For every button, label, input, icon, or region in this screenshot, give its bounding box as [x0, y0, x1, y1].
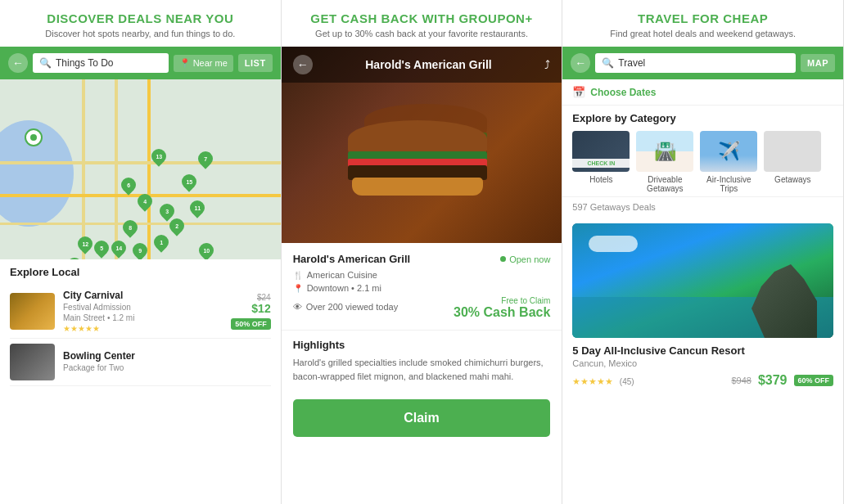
travel-search-bar: ← 🔍 Travel MAP [562, 47, 843, 79]
search-input-wrap[interactable]: 🔍 Things To Do [33, 53, 169, 73]
share-button[interactable]: ⤴ [544, 58, 550, 71]
item-stars: ★★★★★ [63, 324, 223, 333]
deal-location: Cancun, Mexico [572, 358, 833, 368]
driveable-label: Driveable Getaways [636, 175, 693, 193]
location-text: Downtown • 2.1 mi [307, 283, 381, 293]
viewed-row: 👁 Over 200 viewed today [293, 302, 399, 312]
map-button[interactable]: MAP [801, 54, 835, 72]
choose-dates[interactable]: 📅 Choose Dates [562, 79, 843, 106]
city-carnival-info: City Carnival Festival Admission Main St… [63, 290, 223, 333]
highlights-section: Highlights Harold's grilled specialties … [282, 330, 562, 391]
panel-travel-header: TRAVEL FOR CHEAP Find great hotel deals … [562, 0, 843, 47]
panel-cashback-header: GET CASH BACK WITH GROUPON+ Get up to 30… [282, 0, 562, 47]
deal-name: 5 Day All-Inclusive Cancun Resort [572, 344, 833, 357]
city-carnival-image [10, 293, 55, 330]
back-button[interactable]: ← [8, 53, 28, 73]
search-icon: 🔍 [39, 57, 52, 69]
explore-local-title: Explore Local [10, 266, 271, 278]
cloud [589, 236, 638, 252]
location-pin-icon: 📍 [293, 284, 303, 293]
map-road-v1 [82, 79, 85, 259]
hotels-label: Hotels [572, 175, 630, 184]
map-pin[interactable]: 7 [195, 148, 215, 169]
cuisine-text: American Cuisine [307, 270, 377, 280]
panel-discover: DISCOVER DEALS NEAR YOU Discover hot spo… [0, 0, 282, 504]
panel-discover-title: DISCOVER DEALS NEAR YOU [8, 11, 273, 25]
restaurant-name-overlay: Harold's American Grill [365, 58, 492, 71]
near-me-badge[interactable]: 📍 Near me [174, 55, 233, 72]
travel-search-input[interactable]: Travel [618, 57, 789, 69]
item-name: City Carnival [63, 290, 223, 301]
restaurant-name: Harold's American Grill [293, 253, 411, 265]
map-area: 13 7 6 15 4 3 11 8 2 12 5 14 9 1 10 16 [0, 79, 281, 259]
panel-travel-title: TRAVEL FOR CHEAP [571, 11, 835, 25]
panel-cashback: GET CASH BACK WITH GROUPON+ Get up to 30… [282, 0, 563, 504]
map-background: 13 7 6 15 4 3 11 8 2 12 5 14 9 1 10 16 [0, 79, 281, 259]
cashback-label: Free to Claim [454, 296, 550, 305]
map-pin[interactable]: 15 [178, 171, 199, 191]
map-pin[interactable]: 5 [91, 237, 111, 258]
deal-stars: ★★★★★ [572, 376, 613, 386]
explore-category-section: Explore by Category Hotels 🛣️ Driveable … [562, 106, 843, 196]
category-driveable[interactable]: 🛣️ Driveable Getaways [636, 131, 693, 193]
deal-prices: $948 $379 60% OFF [731, 373, 833, 388]
restaurant-image: ← Harold's American Grill ⤴ [282, 47, 562, 243]
deal-image-inner [572, 223, 833, 338]
list-item[interactable]: Bowling Center Package for Two [10, 339, 271, 386]
air-inclusive-image: ✈️ [700, 131, 757, 172]
getaways-image [764, 131, 821, 172]
map-road-v2 [115, 79, 118, 259]
deal-image [572, 223, 833, 338]
travel-search-icon: 🔍 [602, 57, 614, 69]
list-item[interactable]: City Carnival Festival Admission Main St… [10, 285, 271, 339]
map-pin[interactable]: 6 [118, 174, 138, 195]
map-road-v3 [147, 79, 151, 259]
open-now-text: Open now [509, 254, 550, 264]
claim-button[interactable]: Claim [293, 399, 551, 437]
near-me-label: Near me [193, 58, 228, 68]
deal-new-price: $379 [758, 373, 788, 388]
restaurant-back-button[interactable]: ← [293, 55, 313, 74]
viewed-text: Over 200 viewed today [306, 302, 399, 312]
cuisine-icon: 🍴 [293, 271, 303, 280]
deal-price-row: ★★★★★ (45) $948 $379 60% OFF [572, 373, 833, 388]
open-status: Open now [500, 254, 550, 264]
cashback-row: 👁 Over 200 viewed today Free to Claim 30… [293, 296, 551, 320]
deals-count: 597 Getaways Deals [562, 196, 843, 217]
search-input[interactable]: Things To Do [56, 57, 162, 69]
off-badge: 50% OFF [231, 318, 271, 330]
eye-icon: 👁 [293, 302, 302, 312]
deal-off-badge: 60% OFF [794, 375, 834, 386]
deal-card[interactable]: 5 Day All-Inclusive Cancun Resort Cancun… [562, 217, 843, 394]
choose-dates-label: Choose Dates [590, 87, 656, 98]
map-pin[interactable]: 1 [151, 232, 171, 252]
item-name: Bowling Center [63, 350, 271, 362]
panel-discover-header: DISCOVER DEALS NEAR YOU Discover hot spo… [0, 0, 281, 47]
restaurant-info: Harold's American Grill Open now 🍴 Ameri… [282, 243, 562, 330]
travel-back-button[interactable]: ← [571, 53, 590, 73]
cuisine-row: 🍴 American Cuisine [293, 270, 551, 280]
map-pin[interactable]: 10 [196, 240, 216, 259]
item-price-wrap: $24 $12 50% OFF [231, 293, 271, 330]
cashback-amount: 30% Cash Back [454, 305, 550, 320]
category-scroll: Hotels 🛣️ Driveable Getaways ✈️ Air-Incl… [572, 131, 833, 193]
panel-travel-subtitle: Find great hotel deals and weekend getaw… [571, 29, 835, 38]
highlights-title: Highlights [293, 339, 551, 351]
item-distance: Main Street • 1.2 mi [63, 313, 223, 322]
deal-original-price: $948 [731, 376, 751, 385]
panel-cashback-subtitle: Get up to 30% cash back at your favorite… [290, 29, 554, 38]
list-button[interactable]: LIST [238, 54, 273, 72]
panel-travel: TRAVEL FOR CHEAP Find great hotel deals … [562, 0, 844, 504]
travel-search-input-wrap[interactable]: 🔍 Travel [595, 53, 796, 73]
map-pin[interactable]: 12 [74, 233, 95, 254]
category-getaways[interactable]: Getaways [764, 131, 821, 193]
map-pin[interactable]: 14 [108, 237, 129, 258]
restaurant-name-row: Harold's American Grill Open now [293, 253, 551, 265]
map-pin[interactable]: 8 [120, 217, 140, 237]
map-road-h3 [0, 223, 281, 225]
panel-cashback-title: GET CASH BACK WITH GROUPON+ [290, 11, 554, 25]
bowling-center-info: Bowling Center Package for Two [63, 350, 271, 374]
category-air-inclusive[interactable]: ✈️ Air-Inclusive Trips [700, 131, 757, 193]
map-pin[interactable]: 11 [187, 197, 207, 218]
category-hotels[interactable]: Hotels [572, 131, 630, 193]
